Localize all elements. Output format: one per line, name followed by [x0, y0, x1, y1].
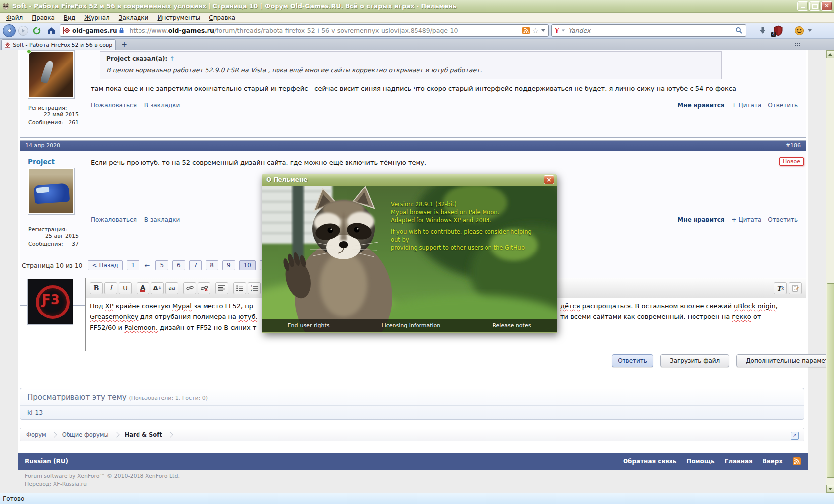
remove-link-button[interactable]	[198, 282, 210, 294]
vertical-scrollbar[interactable]	[826, 50, 834, 493]
quote-link[interactable]: + Цитата	[732, 216, 762, 223]
page-5-button[interactable]: 5	[155, 260, 168, 270]
end-user-rights-link[interactable]: End-user rights	[288, 322, 330, 329]
menu-bookmarks[interactable]: Закладки	[114, 13, 153, 22]
licensing-information-link[interactable]: Licensing information	[382, 322, 441, 329]
bold-button[interactable]: B	[90, 282, 103, 294]
post2-text: Если речь про ютуб, то на 52 современный…	[91, 159, 426, 166]
reply-link[interactable]: Ответить	[768, 102, 798, 109]
restore-button[interactable]	[809, 1, 820, 11]
prev-page-button[interactable]: < Назад	[88, 260, 123, 270]
breadcrumb-hard-and-soft[interactable]: Hard & Soft	[125, 431, 162, 438]
minimize-button[interactable]	[797, 1, 808, 11]
footer-help-link[interactable]: Помощь	[686, 458, 714, 465]
underline-button[interactable]: U	[119, 282, 132, 294]
font-family-button[interactable]: aa	[165, 282, 178, 294]
search-engine-dropdown-icon[interactable]	[562, 30, 565, 32]
pelmen-menu-dropdown-icon[interactable]	[808, 29, 812, 32]
search-input[interactable]	[567, 26, 733, 35]
search-box[interactable]: Y	[551, 24, 746, 37]
dialog-close-button[interactable]: ×	[544, 175, 554, 184]
jump-to-top-icon[interactable]: ↗	[791, 432, 799, 440]
url-bar[interactable]: old-games.ru https://www.old-games.ru/fo…	[60, 24, 549, 37]
site-identity-chip[interactable]: old-games.ru	[62, 26, 127, 35]
post2-avatar[interactable]	[28, 168, 75, 215]
report-link[interactable]: Пожаловаться	[91, 216, 137, 223]
new-tab-button[interactable]: +	[118, 40, 130, 49]
like-link[interactable]: Мне нравится	[677, 102, 724, 109]
downloads-button[interactable]	[757, 25, 768, 37]
quote-link[interactable]: + Цитата	[732, 102, 762, 109]
scroll-down-button[interactable]	[826, 485, 834, 493]
back-button[interactable]	[3, 24, 16, 37]
search-engine-icon[interactable]: Y	[555, 27, 559, 35]
home-button[interactable]	[45, 25, 57, 37]
page-9-button[interactable]: 9	[222, 260, 235, 270]
bookmark-link[interactable]: В закладки	[144, 216, 180, 223]
remove-formatting-button[interactable]: Tx	[774, 282, 787, 294]
bullet-list-button[interactable]	[233, 282, 246, 294]
release-notes-link[interactable]: Release notes	[492, 322, 531, 329]
close-button[interactable]: ×	[821, 1, 832, 11]
window-icon	[2, 2, 10, 10]
translation-credit: Перевод: XF-Russia.ru	[25, 481, 87, 487]
tab-active[interactable]: Soft - Работа FireFox 52 и 56 в современ…	[1, 39, 116, 50]
menu-file[interactable]: Файл	[2, 13, 27, 22]
footer-rss-icon[interactable]	[793, 457, 801, 465]
alignment-button[interactable]	[215, 282, 228, 294]
reload-button[interactable]	[31, 25, 43, 37]
menu-tools[interactable]: Инструменты	[153, 13, 205, 22]
more-options-button[interactable]: Дополнительные параметры...	[736, 354, 834, 367]
footer-top-link[interactable]: Вверх	[763, 458, 783, 465]
text-color-button[interactable]: A	[137, 282, 149, 294]
search-icon[interactable]	[735, 27, 743, 34]
online-indicator-icon	[27, 49, 31, 54]
viewer-username[interactable]: kl-13	[27, 409, 43, 416]
pelmen-menu-button[interactable]	[793, 25, 805, 37]
page-7-button[interactable]: 7	[189, 260, 202, 270]
like-link[interactable]: Мне нравится	[677, 216, 724, 223]
reply-link[interactable]: Ответить	[768, 216, 798, 223]
breadcrumb-forum[interactable]: Форум	[26, 431, 46, 438]
scroll-up-button[interactable]	[826, 50, 834, 58]
quote-jump-arrow[interactable]: ↑	[170, 55, 175, 62]
post2-number[interactable]: #186	[786, 141, 801, 151]
ublock-button[interactable]: 4	[771, 24, 786, 37]
footer-home-link[interactable]: Главная	[725, 458, 753, 465]
page-8-button[interactable]: 8	[206, 260, 218, 270]
download-arrow-icon	[759, 27, 766, 35]
font-size-button[interactable]: A⇕	[151, 282, 164, 294]
bookmark-star-icon[interactable]: ☆	[532, 27, 539, 34]
footer-contact-link[interactable]: Обратная связь	[623, 458, 676, 465]
bookmark-link[interactable]: В закладки	[144, 102, 180, 109]
menu-help[interactable]: Справка	[205, 13, 240, 22]
post1-avatar[interactable]	[28, 50, 75, 99]
locale-selector[interactable]: Russian (RU)	[25, 458, 68, 465]
chevron-right-icon	[167, 432, 173, 437]
rss-icon[interactable]	[522, 27, 530, 34]
page-6-button[interactable]: 6	[172, 260, 185, 270]
menu-edit[interactable]: Правка	[27, 13, 59, 22]
lock-icon	[119, 27, 124, 34]
dialog-body: Version: 28.9.1 (32-bit) Mypal browser i…	[262, 186, 557, 332]
breadcrumb-general-forums[interactable]: Общие форумы	[62, 431, 109, 438]
numbered-list-button[interactable]: 1 2	[248, 282, 261, 294]
post-185: Регистрация: 22 май 2015 Сообщения:261 P…	[20, 50, 806, 138]
dialog-titlebar[interactable]: О Пельмене	[262, 174, 557, 186]
bbcode-toggle-button[interactable]	[789, 282, 802, 294]
report-link[interactable]: Пожаловаться	[91, 102, 137, 109]
insert-link-button[interactable]	[183, 282, 196, 294]
upload-file-button[interactable]: Загрузить файл	[660, 354, 729, 367]
scrollbar-thumb[interactable]	[827, 283, 834, 478]
post2-username[interactable]: Project	[28, 158, 55, 166]
menu-view[interactable]: Вид	[59, 13, 80, 22]
forward-button[interactable]	[18, 26, 28, 36]
italic-button[interactable]: I	[104, 282, 117, 294]
list-tabs-icon[interactable]	[794, 42, 800, 47]
submit-reply-button[interactable]: Ответить	[612, 354, 653, 367]
status-text: Готово	[3, 495, 24, 502]
page-1-button[interactable]: 1	[127, 260, 139, 270]
url-dropdown-icon[interactable]	[541, 29, 545, 32]
menu-history[interactable]: Журнал	[80, 13, 114, 22]
post2-date[interactable]: 14 апр 2020	[25, 142, 60, 149]
